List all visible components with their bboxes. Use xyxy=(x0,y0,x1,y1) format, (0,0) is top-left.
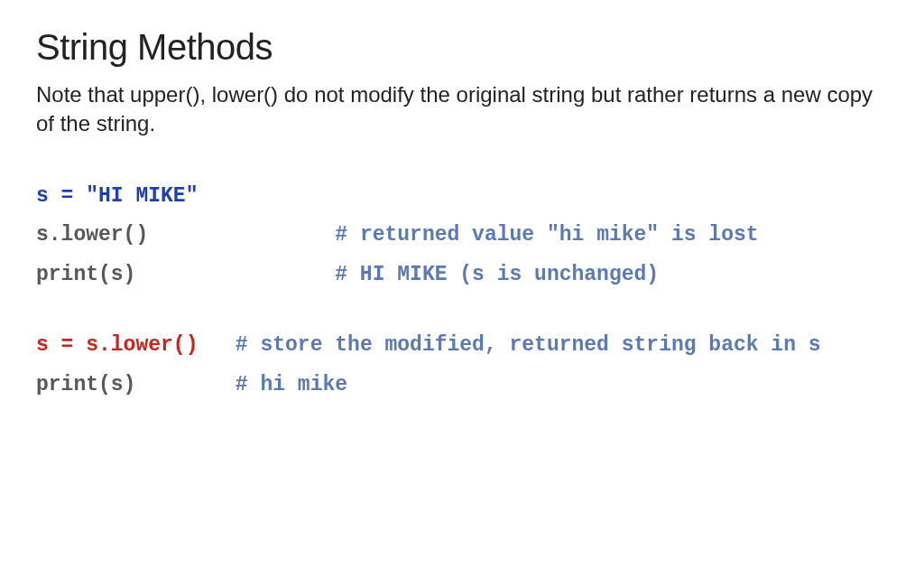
code-text: s = s.lower() xyxy=(36,333,198,357)
code-text: s.lower() xyxy=(36,223,148,247)
code-text: print(s) xyxy=(36,373,135,396)
code-text: print(s) xyxy=(36,263,135,286)
code-comment: # HI MIKE (s is unchanged) xyxy=(335,263,659,286)
code-block: s = "HI MIKE" s.lower() # returned value… xyxy=(36,177,888,405)
slide-note: Note that upper(), lower() do not modify… xyxy=(36,80,888,139)
code-comment: # returned value "hi mike" is lost xyxy=(335,223,758,247)
code-text: s = "HI MIKE" xyxy=(36,184,198,208)
code-comment: # store the modified, returned string ba… xyxy=(236,333,821,357)
code-comment: # hi mike xyxy=(236,373,347,396)
slide-title: String Methods xyxy=(36,27,888,68)
